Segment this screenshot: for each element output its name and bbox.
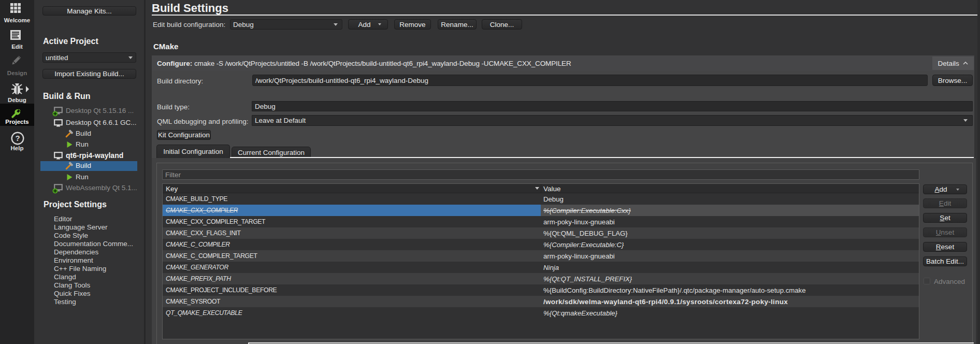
svg-text:?: ? — [15, 134, 20, 142]
